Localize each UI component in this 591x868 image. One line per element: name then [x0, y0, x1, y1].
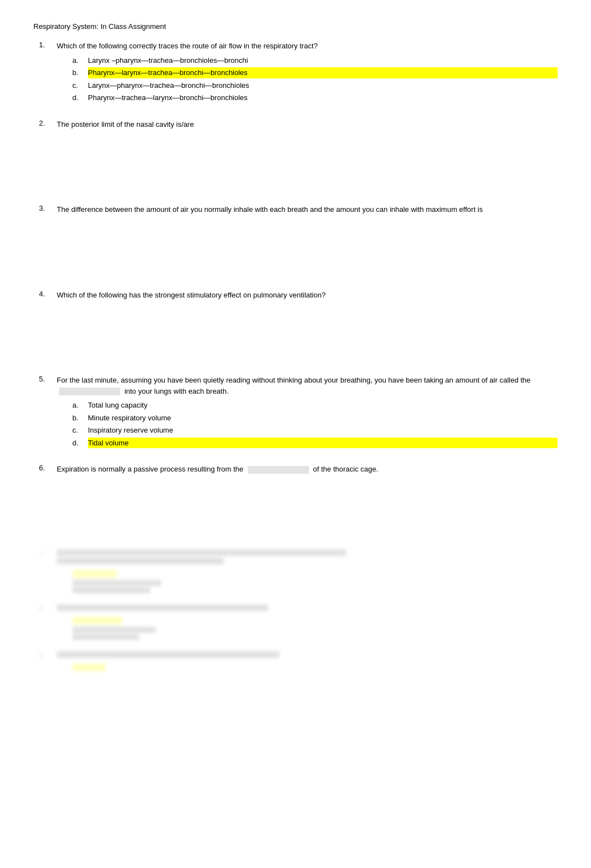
blurred-question-7: 7.	[39, 549, 558, 593]
option-1d-text: Pharynx—trachea—larynx—bronchi—bronchiol…	[88, 92, 558, 103]
option-5b-text: Minute respiratory volume	[88, 413, 558, 424]
question-3-number: 3.	[39, 204, 57, 212]
question-1: 1. Which of the following correctly trac…	[39, 41, 558, 103]
question-3-text: The difference between the amount of air…	[57, 204, 558, 215]
question-5-header: 5. For the last minute, assuming you hav…	[39, 375, 558, 396]
option-1b-letter: b.	[72, 67, 88, 78]
option-5d-text: Tidal volume	[88, 438, 558, 449]
question-2-number: 2.	[39, 119, 57, 127]
question-3-header: 3. The difference between the amount of …	[39, 204, 558, 215]
option-1d: d. Pharynx—trachea—larynx—bronchi—bronch…	[72, 92, 558, 103]
option-5b-letter: b.	[72, 413, 88, 424]
option-1b-text: Pharynx—larynx—trachea—bronchi—bronchiol…	[88, 67, 558, 78]
option-5a: a. Total lung capacity	[72, 400, 558, 411]
question-1-options: a. Larynx –pharynx—trachea—bronchioles—b…	[72, 55, 558, 103]
blurred-question-9: 9.	[39, 651, 558, 671]
question-4-answer-space	[39, 304, 558, 359]
question-5: 5. For the last minute, assuming you hav…	[39, 375, 558, 448]
question-2-text: The posterior limit of the nasal cavity …	[57, 119, 558, 130]
option-1c-letter: c.	[72, 80, 88, 91]
option-5b: b. Minute respiratory volume	[72, 413, 558, 424]
question-4-text: Which of the following has the strongest…	[57, 290, 558, 301]
page-title: Respiratory System: In Class Assignment	[33, 22, 558, 31]
question-3-answer-space	[39, 219, 558, 274]
question-6-blank	[248, 466, 309, 474]
option-5a-text: Total lung capacity	[88, 400, 558, 411]
option-1d-letter: d.	[72, 92, 88, 103]
question-1-header: 1. Which of the following correctly trac…	[39, 41, 558, 52]
question-3: 3. The difference between the amount of …	[39, 204, 558, 274]
option-5c-letter: c.	[72, 425, 88, 436]
option-1c: c. Larynx—pharynx—trachea—bronchi—bronch…	[72, 80, 558, 91]
question-4-header: 4. Which of the following has the strong…	[39, 290, 558, 301]
question-5-text-before: For the last minute, assuming you have b…	[57, 376, 530, 384]
option-1c-text: Larynx—pharynx—trachea—bronchi—bronchiol…	[88, 80, 558, 91]
questions-container: 1. Which of the following correctly trac…	[39, 41, 558, 671]
question-2-answer-space	[39, 133, 558, 189]
option-5d: d. Tidal volume	[72, 438, 558, 449]
option-1a-text: Larynx –pharynx—trachea—bronchioles—bron…	[88, 55, 558, 66]
question-5-number: 5.	[39, 375, 57, 383]
question-6-number: 6.	[39, 464, 57, 472]
question-6-header: 6. Expiration is normally a passive proc…	[39, 464, 558, 475]
question-5-text: For the last minute, assuming you have b…	[57, 375, 558, 396]
question-5-blank	[59, 388, 120, 395]
question-5-text-after: into your lungs with each breath.	[125, 387, 229, 395]
question-4-number: 4.	[39, 290, 57, 298]
question-2: 2. The posterior limit of the nasal cavi…	[39, 119, 558, 189]
question-1-text: Which of the following correctly traces …	[57, 41, 558, 52]
option-1b: b. Pharynx—larynx—trachea—bronchi—bronch…	[72, 67, 558, 78]
option-5c-text: Inspiratory reserve volume	[88, 425, 558, 436]
question-6-text-before: Expiration is normally a passive process…	[57, 465, 243, 473]
blurred-question-8: 8.	[39, 604, 558, 640]
question-6-text: Expiration is normally a passive process…	[57, 464, 558, 475]
option-5a-letter: a.	[72, 400, 88, 411]
option-1a-letter: a.	[72, 55, 88, 66]
option-1a: a. Larynx –pharynx—trachea—bronchioles—b…	[72, 55, 558, 66]
question-6-text-after: of the thoracic cage.	[313, 465, 378, 473]
question-1-number: 1.	[39, 41, 57, 49]
option-5c: c. Inspiratory reserve volume	[72, 425, 558, 436]
question-5-options: a. Total lung capacity b. Minute respira…	[72, 400, 558, 448]
question-6: 6. Expiration is normally a passive proc…	[39, 464, 558, 534]
question-6-answer-space	[39, 478, 558, 534]
option-5d-letter: d.	[72, 438, 88, 449]
question-4: 4. Which of the following has the strong…	[39, 290, 558, 360]
question-2-header: 2. The posterior limit of the nasal cavi…	[39, 119, 558, 130]
